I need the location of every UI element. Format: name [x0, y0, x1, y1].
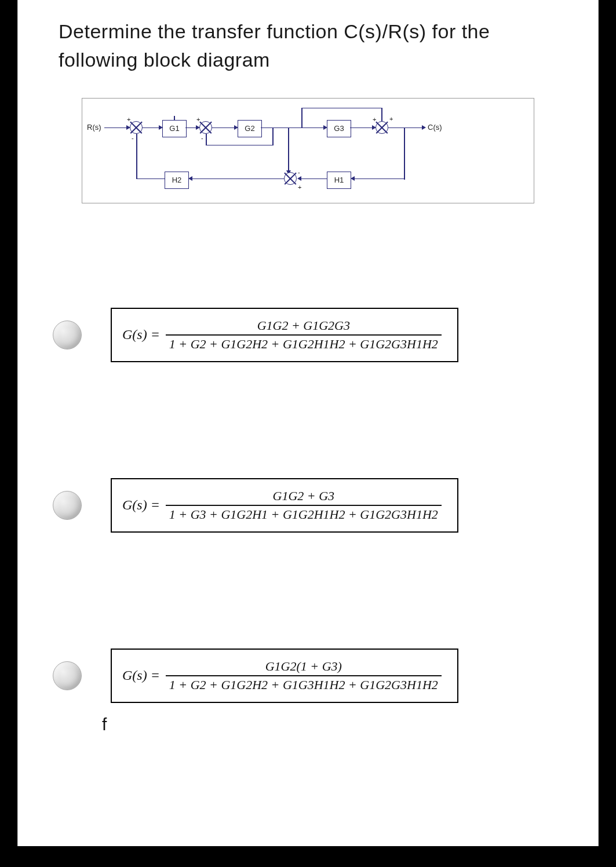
equation: G(s) = G1G2(1 + G3) 1 + G2 + G1G2H2 + G1…	[122, 658, 447, 694]
denominator: 1 + G2 + G1G2H2 + G1G3H1H2 + G1G2G3H1H2	[166, 676, 442, 694]
sign-minus: -	[201, 135, 203, 141]
summing-junction	[284, 172, 297, 185]
page: Determine the transfer function C(s)/R(s…	[17, 0, 599, 846]
numerator: G1G2 + G3	[269, 487, 338, 505]
sign-plus: +	[373, 116, 376, 123]
line	[381, 108, 382, 121]
summing-junction	[376, 121, 388, 134]
line	[404, 128, 405, 180]
diagram-canvas: R(s) + - G1 + - G2	[82, 99, 534, 203]
line	[206, 134, 207, 145]
sign-plus: +	[298, 184, 301, 191]
radio-button-icon[interactable]	[53, 491, 82, 520]
line	[143, 128, 160, 129]
summing-junction	[130, 121, 143, 134]
arrow-icon	[297, 176, 301, 181]
numerator: G1G2 + G1G2G3	[254, 317, 353, 334]
eq-lhs: G(s) =	[122, 327, 160, 343]
block-g1: G1	[162, 120, 187, 137]
sign-plus: +	[196, 116, 200, 123]
line	[301, 178, 327, 180]
line	[206, 145, 272, 146]
block-h1: H1	[327, 172, 351, 189]
option-2[interactable]: G(s) = G1G2 + G3 1 + G3 + G1G2H1 + G1G2H…	[35, 478, 581, 533]
option-box: G(s) = G1G2 + G3 1 + G3 + G1G2H1 + G1G2H…	[111, 478, 458, 533]
line	[350, 128, 373, 129]
option-box: G(s) = G1G2 + G1G2G3 1 + G2 + G1G2H2 + G…	[111, 308, 458, 362]
block-diagram: R(s) + - G1 + - G2	[82, 98, 534, 203]
option-box: G(s) = G1G2(1 + G3) 1 + G2 + G1G2H2 + G1…	[111, 649, 458, 703]
arrow-icon	[188, 176, 192, 181]
line	[388, 128, 423, 129]
line	[301, 108, 382, 109]
line	[301, 128, 325, 129]
denominator: 1 + G2 + G1G2H2 + G1G2H1H2 + G1G2G3H1H2	[166, 336, 442, 353]
fraction: G1G2 + G3 1 + G3 + G1G2H1 + G1G2H1H2 + G…	[166, 487, 442, 523]
line	[261, 128, 301, 129]
arrow-icon	[422, 125, 426, 130]
line	[185, 128, 197, 129]
fraction: G1G2(1 + G3) 1 + G2 + G1G2H2 + G1G3H1H2 …	[166, 658, 442, 694]
equation: G(s) = G1G2 + G1G2G3 1 + G2 + G1G2H2 + G…	[122, 317, 447, 353]
line	[136, 178, 165, 180]
arrow-icon	[351, 176, 355, 181]
numerator: G1G2(1 + G3)	[262, 658, 345, 675]
eq-lhs: G(s) =	[122, 668, 160, 683]
line	[301, 108, 302, 128]
eq-lhs: G(s) =	[122, 497, 160, 513]
fraction: G1G2 + G1G2G3 1 + G2 + G1G2H2 + G1G2H1H2…	[166, 317, 442, 353]
sign-plus: +	[127, 116, 130, 123]
line	[136, 134, 137, 179]
line	[355, 178, 404, 180]
option-3[interactable]: G(s) = G1G2(1 + G3) 1 + G2 + G1G2H2 + G1…	[35, 649, 581, 703]
block-g3: G3	[327, 120, 351, 137]
sign-minus: -	[132, 135, 134, 141]
input-label: R(s)	[87, 123, 101, 132]
sign-minus: -	[298, 169, 300, 176]
line	[174, 116, 175, 120]
denominator: 1 + G3 + G1G2H1 + G1G2H1H2 + G1G2G3H1H2	[166, 506, 442, 523]
summing-junction	[199, 121, 212, 134]
line	[288, 128, 289, 173]
answer-options: G(s) = G1G2 + G1G2G3 1 + G2 + G1G2H2 + G…	[35, 308, 581, 734]
radio-button-icon[interactable]	[53, 661, 82, 690]
equation: G(s) = G1G2 + G3 1 + G3 + G1G2H1 + G1G2H…	[122, 487, 447, 523]
output-label: C(s)	[428, 123, 442, 132]
line	[192, 178, 284, 180]
sign-plus: +	[389, 116, 393, 122]
line	[272, 128, 274, 145]
block-h2: H2	[165, 172, 189, 189]
footer-text: f	[102, 715, 581, 734]
line	[104, 128, 127, 129]
option-1[interactable]: G(s) = G1G2 + G1G2G3 1 + G2 + G1G2H2 + G…	[35, 308, 581, 362]
question-text: Determine the transfer function C(s)/R(s…	[59, 17, 557, 75]
radio-button-icon[interactable]	[53, 320, 82, 349]
line	[212, 128, 235, 129]
block-g2: G2	[238, 120, 262, 137]
